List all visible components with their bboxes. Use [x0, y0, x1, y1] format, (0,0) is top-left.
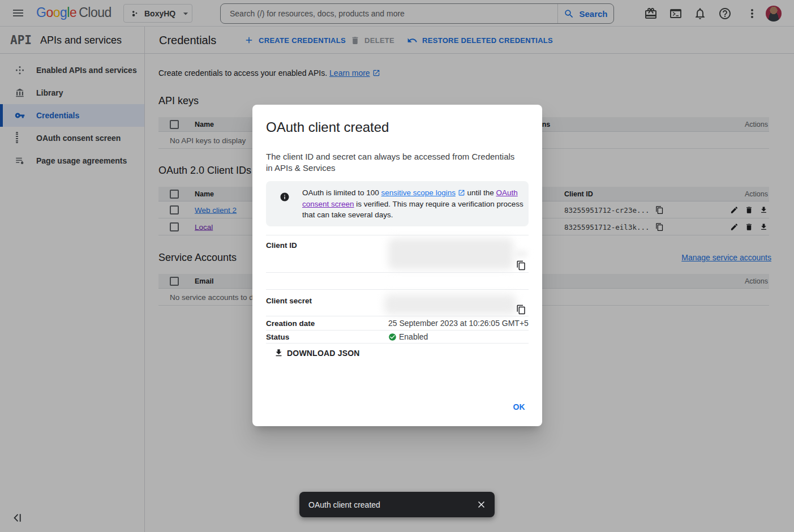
external-link-icon: [458, 189, 465, 196]
status-row: Status Enabled: [266, 330, 529, 344]
download-json-button[interactable]: DOWNLOAD JSON: [274, 348, 360, 358]
client-id-redacted-value: [513, 250, 528, 258]
client-secret-redacted-value: [384, 294, 516, 315]
dialog-title: OAuth client created: [266, 119, 389, 135]
status-label: Status: [266, 333, 289, 341]
dialog-description: The client ID and secret can always be a…: [266, 151, 515, 174]
row-spacer: [266, 272, 529, 289]
creation-date-value: 25 September 2023 at 10:26:05 GMT+5: [388, 319, 529, 328]
client-id-redacted-value: [388, 238, 513, 269]
info-banner: OAuth is limited to 100 sensitive scope …: [266, 181, 529, 226]
copy-icon[interactable]: [516, 260, 526, 271]
status-value: Enabled: [399, 332, 428, 341]
client-secret-label: Client secret: [266, 297, 312, 305]
oauth-client-created-dialog: OAuth client created The client ID and s…: [252, 105, 542, 426]
info-banner-text: OAuth is limited to 100 sensitive scope …: [302, 187, 524, 221]
download-icon: [274, 348, 284, 358]
sensitive-scope-logins-link[interactable]: sensitive scope logins: [381, 188, 456, 197]
copy-icon[interactable]: [516, 304, 526, 315]
creation-date-label: Creation date: [266, 319, 315, 328]
close-icon[interactable]: [476, 499, 487, 510]
ok-button[interactable]: OK: [510, 399, 527, 415]
client-id-row: Client ID: [266, 235, 529, 272]
info-icon: [280, 192, 290, 202]
client-id-label: Client ID: [266, 241, 297, 250]
client-secret-row: Client secret: [266, 289, 529, 316]
snackbar-message: OAuth client created: [308, 500, 380, 509]
snackbar: OAuth client created: [299, 492, 495, 517]
creation-date-row: Creation date 25 September 2023 at 10:26…: [266, 316, 529, 330]
check-circle-icon: [388, 333, 397, 341]
